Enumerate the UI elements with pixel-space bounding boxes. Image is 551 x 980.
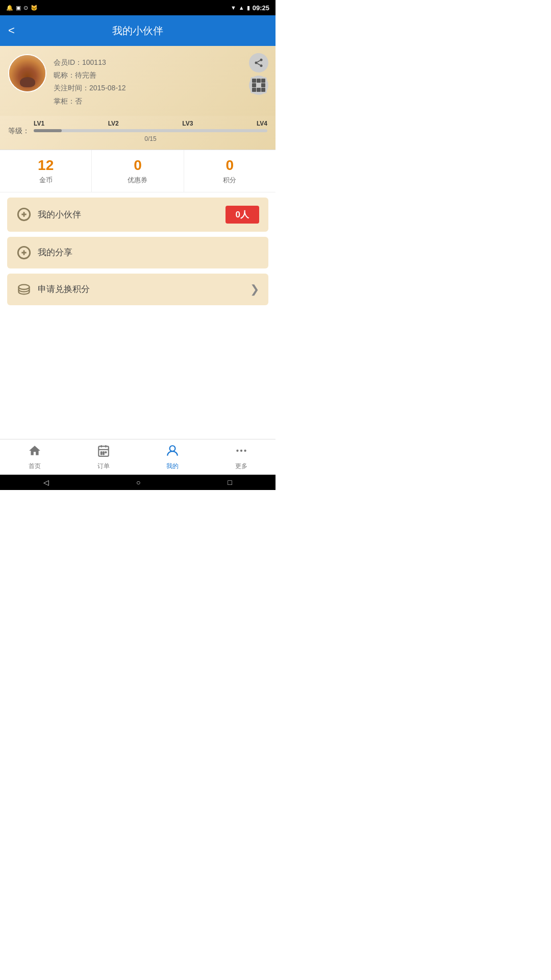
image-icon: ▣ <box>16 5 21 11</box>
svg-point-18 <box>105 452 106 453</box>
svg-line-3 <box>257 63 260 65</box>
nav-more-label: 更多 <box>235 462 247 471</box>
home-icon <box>28 444 41 460</box>
qr-button[interactable] <box>249 76 268 95</box>
settings-icon: ⊙ <box>23 5 28 11</box>
header: < 我的小伙伴 <box>0 15 276 46</box>
level-2: LV2 <box>108 120 119 127</box>
qr-icon <box>251 77 267 93</box>
redeem-points-item[interactable]: 申请兑换积分 ❯ <box>7 274 268 305</box>
share-icon <box>254 58 264 68</box>
recent-android-btn[interactable]: □ <box>228 478 232 486</box>
level-3: LV3 <box>182 120 193 127</box>
svg-point-24 <box>244 449 246 451</box>
menu-item-left-2: 我的分享 <box>16 245 72 260</box>
profile-section: 会员ID：100113 昵称：待完善 关注时间：2015-08-12 掌柜：否 <box>0 46 276 116</box>
coupons-label: 优惠券 <box>92 176 183 185</box>
svg-point-2 <box>260 64 263 67</box>
nav-orders-label: 订单 <box>97 462 110 471</box>
plus-circle-icon-2 <box>16 245 32 260</box>
partners-badge: 0人 <box>226 206 259 224</box>
page-title: 我的小伙伴 <box>112 24 163 38</box>
my-shares-item[interactable]: 我的分享 <box>7 237 268 268</box>
svg-point-0 <box>260 59 263 61</box>
wifi-icon: ▼ <box>231 5 236 11</box>
status-icons: 🔔 ▣ ⊙ 🐱 <box>6 5 38 11</box>
nav-home[interactable]: 首页 <box>0 439 69 475</box>
coins-value: 12 <box>0 157 91 174</box>
is-admin: 掌柜：否 <box>54 95 267 108</box>
member-id: 会员ID：100113 <box>54 56 267 69</box>
shares-label: 我的分享 <box>38 247 72 258</box>
back-android-btn[interactable]: ◁ <box>43 478 49 486</box>
follow-time: 关注时间：2015-08-12 <box>54 82 267 94</box>
level-bar-container: LV1 LV2 LV3 LV4 0/15 <box>34 120 267 142</box>
coins-icon <box>16 282 32 297</box>
svg-point-20 <box>103 453 104 454</box>
back-button[interactable]: < <box>8 24 15 37</box>
level-label: 等级： <box>8 127 30 136</box>
svg-point-19 <box>101 453 102 454</box>
notification-icon: 🔔 <box>6 5 13 11</box>
avatar-image <box>9 55 45 91</box>
coins-label: 金币 <box>0 176 91 185</box>
chevron-right-icon: ❯ <box>250 283 259 296</box>
level-progress: 0/15 <box>34 135 267 142</box>
bottom-nav: 首页 订单 我的 <box>0 439 276 475</box>
signal-icon: ▲ <box>239 5 244 11</box>
home-android-btn[interactable]: ○ <box>136 478 140 486</box>
profile-info: 会员ID：100113 昵称：待完善 关注时间：2015-08-12 掌柜：否 <box>54 54 267 108</box>
svg-point-11 <box>19 284 30 289</box>
android-nav: ◁ ○ □ <box>0 475 276 490</box>
nav-orders[interactable]: 订单 <box>69 439 138 475</box>
points-value: 0 <box>184 157 276 174</box>
signal-icons: ▼ ▲ ▮ 09:25 <box>231 4 269 12</box>
redeem-label: 申请兑换积分 <box>38 283 90 295</box>
nav-more[interactable]: 更多 <box>207 439 276 475</box>
svg-point-17 <box>103 452 104 453</box>
menu-item-left-3: 申请兑换积分 <box>16 282 90 297</box>
stat-coupons[interactable]: 0 优惠券 <box>92 150 184 192</box>
level-1: LV1 <box>34 120 44 127</box>
level-4: LV4 <box>257 120 267 127</box>
svg-point-16 <box>101 452 102 453</box>
nickname: 昵称：待完善 <box>54 69 267 82</box>
my-partners-item[interactable]: 我的小伙伴 0人 <box>7 198 268 232</box>
time-display: 09:25 <box>253 4 269 12</box>
level-fill <box>34 129 62 132</box>
coupons-value: 0 <box>92 157 183 174</box>
nav-mine-label: 我的 <box>166 462 179 471</box>
partners-label: 我的小伙伴 <box>38 209 81 220</box>
nav-home-label: 首页 <box>29 462 41 471</box>
plus-circle-icon-1 <box>16 207 32 222</box>
emoji-icon: 🐱 <box>31 5 38 11</box>
points-label: 积分 <box>184 176 276 185</box>
level-marks: LV1 LV2 LV3 LV4 <box>34 120 267 127</box>
avatar <box>8 54 46 92</box>
menu-list: 我的小伙伴 0人 我的分享 <box>0 192 276 310</box>
svg-point-1 <box>255 62 258 64</box>
battery-icon: ▮ <box>247 5 250 11</box>
calendar-icon <box>97 444 110 460</box>
svg-point-22 <box>236 449 238 451</box>
level-track <box>34 129 267 132</box>
svg-point-23 <box>240 449 242 451</box>
level-section: 等级： LV1 LV2 LV3 LV4 0/15 <box>0 116 276 150</box>
svg-point-21 <box>169 446 175 451</box>
svg-line-4 <box>257 60 260 62</box>
profile-actions <box>249 53 268 95</box>
more-icon <box>235 444 248 460</box>
nav-mine[interactable]: 我的 <box>138 439 207 475</box>
status-bar: 🔔 ▣ ⊙ 🐱 ▼ ▲ ▮ 09:25 <box>0 0 276 15</box>
stats-row: 12 金币 0 优惠券 0 积分 <box>0 150 276 192</box>
share-button[interactable] <box>249 53 268 72</box>
user-icon <box>166 444 179 460</box>
stat-coins[interactable]: 12 金币 <box>0 150 92 192</box>
stat-points[interactable]: 0 积分 <box>184 150 276 192</box>
menu-item-left: 我的小伙伴 <box>16 207 81 222</box>
